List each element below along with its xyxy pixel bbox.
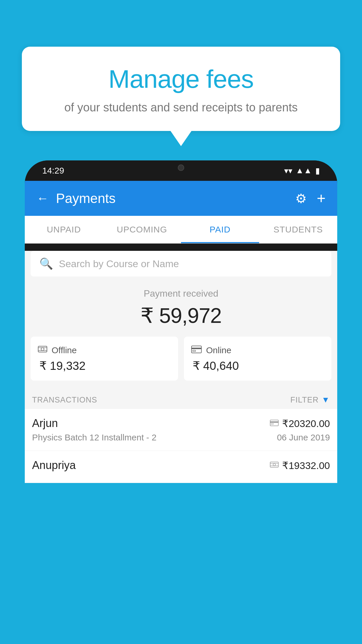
signal-icon: ▲▲ [296,166,312,175]
svg-rect-6 [193,350,196,351]
status-time: 14:29 [42,166,64,176]
transaction-amount: ₹20320.00 [282,418,330,429]
camera [178,164,184,171]
payment-type-icon [270,461,279,470]
svg-rect-7 [270,420,278,426]
transactions-label: TRANSACTIONS [32,396,97,405]
svg-rect-0 [38,346,47,352]
svg-point-1 [41,348,44,351]
transaction-amount-wrap: ₹19332.00 [270,460,330,471]
payment-type-icon [270,419,279,428]
header-right: ⚙ + [295,190,326,207]
speech-bubble: Manage fees of your students and send re… [22,47,340,131]
transaction-row[interactable]: Arjun ₹20320.00 [25,409,337,451]
tab-upcoming[interactable]: UPCOMING [103,216,181,243]
search-input[interactable]: Search by Course or Name [59,258,179,270]
settings-icon[interactable]: ⚙ [295,191,307,206]
notch [164,160,198,175]
tab-unpaid[interactable]: UNPAID [25,216,103,243]
offline-card-header: Offline [38,345,171,356]
transaction-name: Arjun [32,417,58,430]
status-bar: 14:29 ▾▾ ▲▲ ▮ [25,160,337,181]
transaction-row-bottom: Physics Batch 12 Installment - 2 06 June… [32,433,330,442]
search-icon: 🔍 [39,257,53,270]
svg-rect-9 [271,424,273,424]
bubble-subtitle: of your students and send receipts to pa… [36,100,326,115]
online-card-header: Online [191,345,324,356]
payment-received-label: Payment received [31,288,331,299]
filter-button[interactable]: FILTER ▼ [290,395,330,405]
online-amount: ₹ 40,640 [191,359,324,372]
offline-icon [38,345,47,356]
transaction-course: Physics Batch 12 Installment - 2 [32,433,157,442]
svg-rect-5 [191,348,201,349]
transaction-row-top: Anupriya ₹19332.00 [32,459,330,472]
transaction-amount: ₹19332.00 [282,460,330,471]
page-title: Payments [56,190,116,206]
payment-cards: Offline ₹ 19,332 [25,337,337,389]
filter-label: FILTER [290,396,319,405]
offline-label: Offline [52,345,77,355]
svg-rect-8 [270,421,278,423]
battery-icon: ▮ [315,166,320,176]
bubble-title: Manage fees [36,64,326,94]
svg-rect-4 [191,346,201,353]
tab-paid[interactable]: PAID [181,216,259,243]
header-left: ← Payments [36,190,116,206]
offline-amount: ₹ 19,332 [38,359,171,372]
transaction-row-top: Arjun ₹20320.00 [32,417,330,430]
svg-point-11 [273,463,275,466]
phone-container: 14:29 ▾▾ ▲▲ ▮ ← Payments ⚙ + UNP [25,160,337,644]
transaction-name: Anupriya [32,459,76,472]
online-icon [191,345,202,356]
app-header: ← Payments ⚙ + [25,181,337,216]
filter-icon: ▼ [321,395,330,405]
wifi-icon: ▾▾ [284,166,292,176]
tab-students[interactable]: STUDENTS [259,216,337,243]
online-label: Online [206,345,231,355]
phone: 14:29 ▾▾ ▲▲ ▮ ← Payments ⚙ + UNP [25,160,337,483]
transaction-amount-wrap: ₹20320.00 [270,418,330,429]
transactions-header: TRANSACTIONS FILTER ▼ [25,389,337,409]
status-icons: ▾▾ ▲▲ ▮ [284,166,320,176]
tabs-bar: UNPAID UPCOMING PAID STUDENTS [25,216,337,244]
payment-received-section: Payment received ₹ 59,972 [25,276,337,337]
transaction-row[interactable]: Anupriya ₹19332.00 [25,451,337,483]
back-button[interactable]: ← [36,191,49,205]
online-card: Online ₹ 40,640 [184,337,331,381]
offline-card: Offline ₹ 19,332 [31,337,178,381]
svg-rect-10 [270,462,278,467]
add-icon[interactable]: + [317,190,326,207]
transaction-date: 06 June 2019 [277,433,330,442]
search-bar[interactable]: 🔍 Search by Course or Name [31,251,331,276]
payment-received-amount: ₹ 59,972 [31,303,331,328]
content-area: 🔍 Search by Course or Name Payment recei… [25,251,337,483]
